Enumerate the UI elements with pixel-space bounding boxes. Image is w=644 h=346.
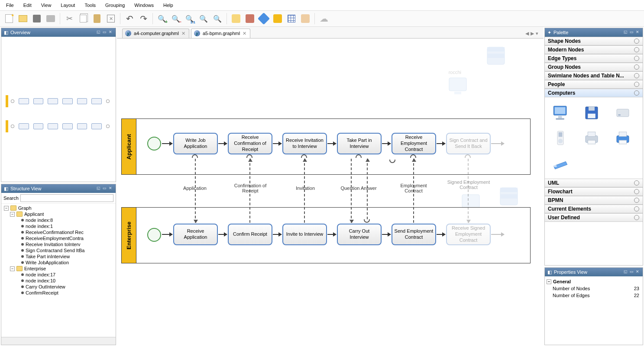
- sequence-flow[interactable]: [218, 143, 227, 144]
- palette-header[interactable]: ✦ Palette ◱ ▭ ✕: [545, 28, 643, 37]
- zoom-fit-button[interactable]: 🔍: [211, 12, 224, 25]
- open-button[interactable]: [16, 12, 29, 25]
- panel-float-button[interactable]: ◱: [96, 186, 101, 191]
- sequence-flow[interactable]: [162, 143, 172, 144]
- community-button[interactable]: ☁: [317, 12, 330, 25]
- tree-root[interactable]: −Graph: [2, 205, 115, 211]
- task-confirm-receipt[interactable]: Confirm Receipt: [228, 224, 272, 245]
- tree-node[interactable]: node index:17: [19, 272, 115, 278]
- properties-header[interactable]: ◧ Properties View ◱ ▭ ✕: [545, 268, 643, 276]
- message-flow[interactable]: [304, 159, 305, 223]
- palette-item-printer-color[interactable]: [612, 128, 634, 148]
- panel-float-button[interactable]: ◱: [96, 30, 101, 35]
- tree-node[interactable]: node index:10: [19, 278, 115, 284]
- sequence-flow[interactable]: [491, 143, 504, 144]
- tree-node[interactable]: Carry OutInterview: [19, 284, 115, 290]
- panel-close-button[interactable]: ✕: [108, 186, 113, 191]
- new-file-button[interactable]: [3, 12, 16, 25]
- sequence-flow[interactable]: [273, 143, 282, 144]
- sequence-flow[interactable]: [491, 234, 504, 235]
- navigation-button[interactable]: [257, 12, 270, 25]
- menu-view[interactable]: View: [37, 1, 56, 10]
- edit-mode-button[interactable]: [243, 12, 256, 25]
- menu-tools[interactable]: Tools: [80, 1, 100, 10]
- sequence-flow[interactable]: [437, 143, 445, 144]
- task-carry-out-interview[interactable]: Carry Out Interview: [337, 224, 382, 245]
- structure-search-input[interactable]: [20, 194, 113, 202]
- task-take-part-interview[interactable]: Take Part in Interview: [337, 133, 382, 154]
- panel-close-button[interactable]: ✕: [635, 30, 640, 35]
- selection-mode-button[interactable]: [230, 12, 243, 25]
- palette-group-group-nodes[interactable]: Group Nodes: [545, 63, 643, 71]
- task-receive-employment-contract[interactable]: Receive Employment Contract: [392, 133, 436, 154]
- start-event-applicant[interactable]: [147, 137, 161, 151]
- panel-min-button[interactable]: ▭: [629, 30, 634, 35]
- tab-a4-computer[interactable]: y a4-computer.graphml ✕: [122, 29, 189, 38]
- tree-node[interactable]: ReceiveEmploymentContra: [19, 235, 115, 241]
- message-flow[interactable]: [351, 159, 352, 223]
- intermediate-event-icon[interactable]: [301, 154, 307, 158]
- start-event-enterprise[interactable]: [147, 228, 161, 242]
- tree-node[interactable]: Write JobApplication: [19, 260, 115, 266]
- cut-button[interactable]: ✂: [63, 12, 76, 25]
- task-receive-application[interactable]: Receive Application: [173, 224, 218, 245]
- panel-close-button[interactable]: ✕: [108, 30, 113, 35]
- structure-header[interactable]: ◧ Structure View ◱ ▭ ✕: [1, 184, 116, 193]
- task-sign-contract-send-back[interactable]: Sign Contract and Send It Back: [446, 133, 491, 154]
- sequence-flow[interactable]: [327, 143, 336, 144]
- intermediate-event-icon[interactable]: [465, 154, 471, 158]
- tree-node[interactable]: node index:8: [19, 217, 115, 223]
- menu-grouping[interactable]: Grouping: [101, 1, 129, 10]
- sequence-flow[interactable]: [162, 234, 172, 235]
- properties-section-general[interactable]: −General: [547, 278, 641, 285]
- task-send-employment-contract[interactable]: Send Employment Contract: [392, 224, 436, 245]
- palette-group-edge-types[interactable]: Edge Types: [545, 54, 643, 63]
- palette-group-computers[interactable]: Computers: [545, 89, 643, 97]
- task-invite-interview[interactable]: Invite to Interview: [282, 224, 327, 245]
- sequence-flow[interactable]: [382, 234, 391, 235]
- tree-node[interactable]: Sign Contractand Send ItBa: [19, 247, 115, 253]
- sequence-flow[interactable]: [382, 143, 391, 144]
- zoom-1to1-button[interactable]: 🔍1:1: [183, 12, 196, 25]
- tab-prev-button[interactable]: ◀: [525, 31, 529, 36]
- palette-item-harddrive[interactable]: [612, 103, 634, 123]
- palette-group-people[interactable]: People: [545, 80, 643, 89]
- structure-scrollbar[interactable]: [1, 337, 116, 345]
- zoom-out-button[interactable]: 🔍−: [169, 12, 182, 25]
- tree-group-enterprise[interactable]: −Enterprise: [8, 266, 115, 272]
- tree-node[interactable]: ConfirmReceipt: [19, 290, 115, 296]
- menu-help[interactable]: Help: [159, 1, 178, 10]
- copy-button[interactable]: [77, 12, 90, 25]
- intermediate-event-icon[interactable]: [246, 154, 252, 158]
- palette-item-scanner[interactable]: [549, 153, 572, 173]
- task-write-job-application[interactable]: Write Job Application: [173, 133, 218, 154]
- palette-item-floppy[interactable]: [580, 103, 603, 123]
- palette-group-flowchart[interactable]: Flowchart: [545, 187, 643, 196]
- panel-close-button[interactable]: ✕: [635, 269, 640, 275]
- palette-group-shape-nodes[interactable]: Shape Nodes: [545, 37, 643, 45]
- sequence-flow[interactable]: [437, 234, 445, 235]
- tree-node[interactable]: ReceiveConfirmationof Rec: [19, 229, 115, 235]
- export-button[interactable]: [44, 12, 57, 25]
- grid-button[interactable]: [285, 12, 298, 25]
- overview-body[interactable]: [1, 37, 116, 182]
- tree-node[interactable]: Receive Invitation toInterv: [19, 241, 115, 247]
- panel-float-button[interactable]: ◱: [623, 269, 628, 275]
- menu-layout[interactable]: Layout: [56, 1, 79, 10]
- intermediate-event-icon[interactable]: [356, 154, 362, 158]
- menu-file[interactable]: File: [2, 1, 18, 10]
- sequence-flow[interactable]: [273, 234, 282, 235]
- message-flow[interactable]: [468, 159, 469, 223]
- redo-button[interactable]: ↶: [137, 12, 150, 25]
- palette-group-current-elements[interactable]: Current Elements: [545, 205, 643, 213]
- palette-group-modern-nodes[interactable]: Modern Nodes: [545, 45, 643, 54]
- task-receive-confirmation-receipt[interactable]: Receive Confirmation of Receipt: [228, 133, 272, 154]
- tab-close-button[interactable]: ✕: [181, 31, 185, 36]
- save-button[interactable]: [30, 12, 43, 25]
- menu-edit[interactable]: Edit: [19, 1, 36, 10]
- tab-a5-bpmn[interactable]: y a5-bpmn.graphml ✕: [191, 29, 250, 38]
- sequence-flow[interactable]: [218, 234, 227, 235]
- zoom-in-button[interactable]: 🔍+: [155, 12, 168, 25]
- paste-button[interactable]: [91, 12, 104, 25]
- intermediate-event-icon[interactable]: [192, 154, 198, 158]
